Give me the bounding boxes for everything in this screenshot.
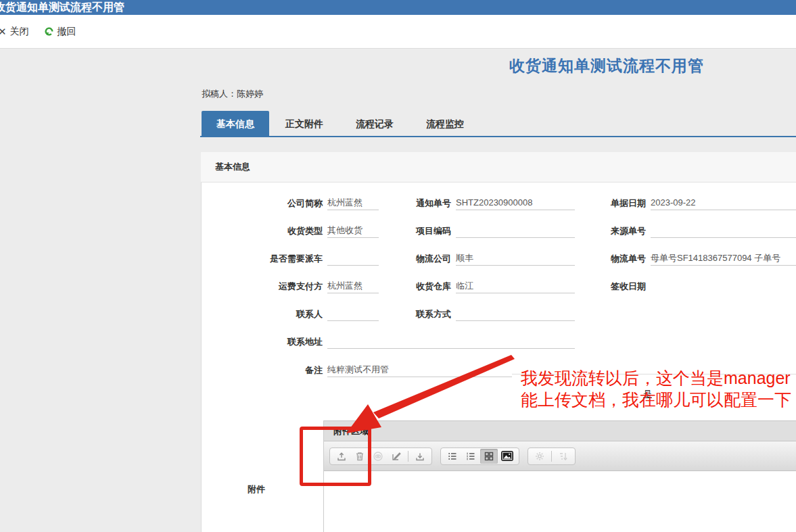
grid-icon [484, 451, 494, 462]
settings-button[interactable] [531, 449, 548, 464]
gear-icon [534, 451, 545, 462]
annotation-line-2: 能上传文档，我在哪儿可以配置一下 [521, 389, 796, 410]
tab-bar: 基本信息 正文附件 流程记录 流程监控 [202, 111, 480, 137]
close-label: 关闭 [10, 26, 29, 38]
download-icon [415, 451, 425, 462]
field-label: 项目编码 [377, 224, 451, 238]
annotation-arrow [298, 349, 521, 443]
preview-button[interactable] [369, 449, 387, 464]
attachment-field-label: 附件 [248, 483, 265, 495]
drafter-text: 拟稿人：陈婷婷 [202, 88, 263, 100]
image-icon [501, 451, 513, 461]
source-number-field[interactable] [651, 224, 796, 238]
section-header: 基本信息 [201, 152, 796, 183]
document-title: 收货通知单测试流程不用管 [406, 55, 796, 76]
project-code-field[interactable] [456, 224, 575, 238]
freight-payer-field[interactable]: 杭州蓝然 [327, 279, 379, 293]
toolbar-separator [551, 451, 552, 462]
undo-icon [44, 26, 54, 37]
contact-method-field[interactable] [456, 307, 575, 321]
field-label: 物流单号 [573, 251, 646, 266]
notice-number-field[interactable]: SHTZ20230900008 [456, 196, 575, 210]
image-view-button[interactable] [498, 449, 516, 464]
field-label: 通知单号 [377, 196, 451, 210]
view-modes-group [440, 448, 519, 465]
tab-basic-info[interactable]: 基本信息 [202, 111, 269, 137]
field-label: 运费支付方 [203, 279, 323, 293]
numbered-list-icon [465, 451, 476, 462]
field-label: 公司简称 [203, 196, 323, 210]
contact-person-field[interactable] [327, 307, 379, 321]
grid-view-button[interactable] [480, 449, 498, 464]
sort-icon [558, 451, 569, 462]
command-bar: ✕ 关闭 撤回 [0, 15, 796, 49]
eye-icon [373, 451, 383, 462]
withdraw-label: 撤回 [57, 26, 76, 38]
annotation-line-1: 我发现流转以后，这个当是manager [521, 367, 796, 389]
attachment-toolbar [324, 441, 796, 471]
window-titlebar: 收货通知单测试流程不用管 [0, 0, 796, 15]
window-title: 收货通知单测试流程不用管 [0, 0, 796, 14]
edit-icon [391, 451, 402, 462]
field-label: 联系人 [203, 307, 323, 321]
withdraw-button[interactable]: 撤回 [44, 26, 76, 38]
tab-process-monitor[interactable]: 流程监控 [410, 111, 480, 137]
close-icon: ✕ [0, 26, 7, 37]
attachment-content[interactable] [324, 471, 796, 532]
field-label: 来源单号 [573, 224, 646, 238]
receipt-type-field[interactable]: 其他收货 [327, 224, 379, 238]
bullet-list-icon [447, 451, 458, 462]
field-label: 收货类型 [203, 224, 323, 238]
list-view-button[interactable] [444, 449, 461, 464]
field-label: 联系地址 [203, 335, 323, 349]
logistics-company-field[interactable]: 顺丰 [456, 251, 575, 266]
document-date-field[interactable]: 2023-09-22 [651, 196, 796, 210]
logistics-number-field[interactable]: 母单号SF1418367577094 子单号 [651, 251, 796, 266]
toolbar-separator [408, 451, 408, 462]
sort-button[interactable] [555, 449, 572, 464]
screen: 收货通知单测试流程不用管 ✕ 关闭 撤回 收货通知单测试流程不用管 拟稿人：陈婷… [0, 0, 796, 532]
field-label: 物流公司 [377, 251, 451, 266]
numbered-list-view-button[interactable] [462, 449, 479, 464]
close-button[interactable]: ✕ 关闭 [0, 26, 29, 38]
contact-address-field[interactable] [327, 335, 575, 349]
field-label: 签收日期 [573, 279, 646, 293]
misc-actions-group [528, 448, 576, 465]
annotation-text: 我发现流转以后，这个当是manager 能上传文档，我在哪儿可以配置一下 [521, 367, 796, 410]
download-button[interactable] [411, 449, 429, 464]
company-short-name-field[interactable]: 杭州蓝然 [327, 196, 379, 210]
tab-process-record[interactable]: 流程记录 [340, 111, 410, 137]
field-label: 是否需要派车 [203, 251, 323, 266]
sign-date-field[interactable] [651, 279, 796, 293]
edit-button[interactable] [388, 449, 405, 464]
field-label: 收货仓库 [377, 279, 451, 293]
tab-underline [200, 136, 796, 137]
field-label: 联系方式 [377, 307, 451, 321]
tab-body-attachments[interactable]: 正文附件 [269, 111, 340, 137]
need-dispatch-field[interactable] [327, 251, 379, 266]
receipt-warehouse-field[interactable]: 临江 [456, 279, 575, 293]
field-label: 单据日期 [573, 196, 646, 210]
